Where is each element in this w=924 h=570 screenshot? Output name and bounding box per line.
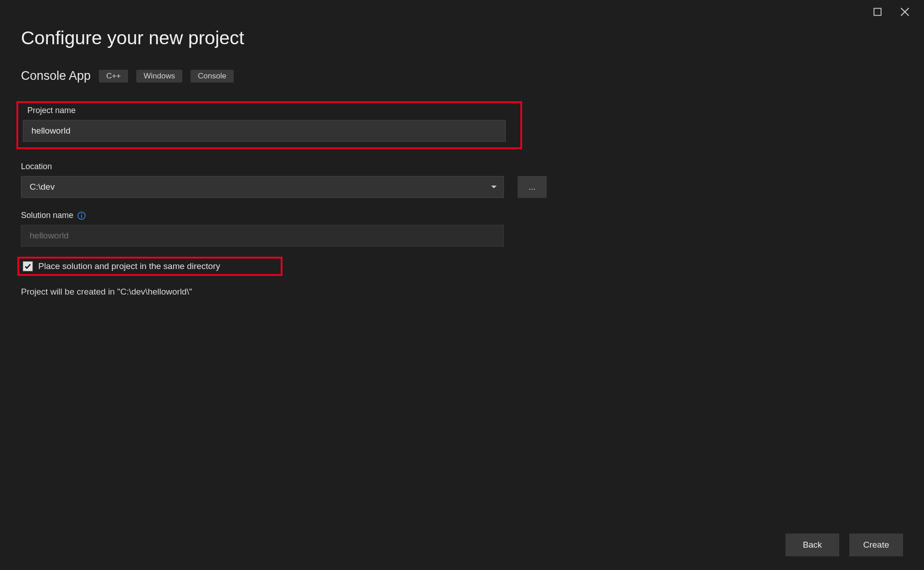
close-icon (900, 7, 909, 16)
location-select[interactable]: C:\dev (21, 176, 504, 198)
location-label: Location (21, 162, 903, 171)
template-row: Console App C++ Windows Console (21, 69, 903, 83)
chevron-down-icon (491, 186, 497, 188)
create-button[interactable]: Create (849, 534, 903, 556)
location-value: C:\dev (30, 182, 55, 192)
template-tag: C++ (99, 70, 128, 83)
template-name: Console App (21, 69, 91, 83)
creation-path-note: Project will be created in "C:\dev\hello… (21, 287, 903, 297)
same-dir-checkbox-label: Place solution and project in the same d… (38, 261, 220, 271)
close-button[interactable] (891, 4, 919, 20)
info-icon[interactable] (77, 211, 86, 220)
same-dir-highlight: Place solution and project in the same d… (17, 257, 282, 276)
browse-button[interactable]: ... (518, 176, 547, 198)
maximize-button[interactable] (864, 4, 891, 20)
back-button[interactable]: Back (785, 534, 839, 556)
page-title: Configure your new project (21, 27, 903, 49)
template-tag: Console (190, 70, 233, 83)
svg-point-4 (81, 213, 82, 214)
project-name-highlight: Project name (16, 101, 522, 149)
solution-name-input (21, 225, 504, 247)
maximize-icon (873, 8, 882, 16)
checkmark-icon (24, 263, 31, 270)
solution-name-label: Solution name (21, 211, 903, 220)
project-name-input[interactable] (23, 120, 506, 142)
svg-rect-0 (874, 8, 881, 15)
template-tag: Windows (136, 70, 182, 83)
same-dir-checkbox[interactable] (23, 261, 33, 271)
same-dir-checkbox-row[interactable]: Place solution and project in the same d… (23, 261, 277, 271)
project-name-label: Project name (27, 106, 516, 115)
solution-name-label-text: Solution name (21, 211, 73, 220)
svg-rect-5 (81, 215, 82, 218)
